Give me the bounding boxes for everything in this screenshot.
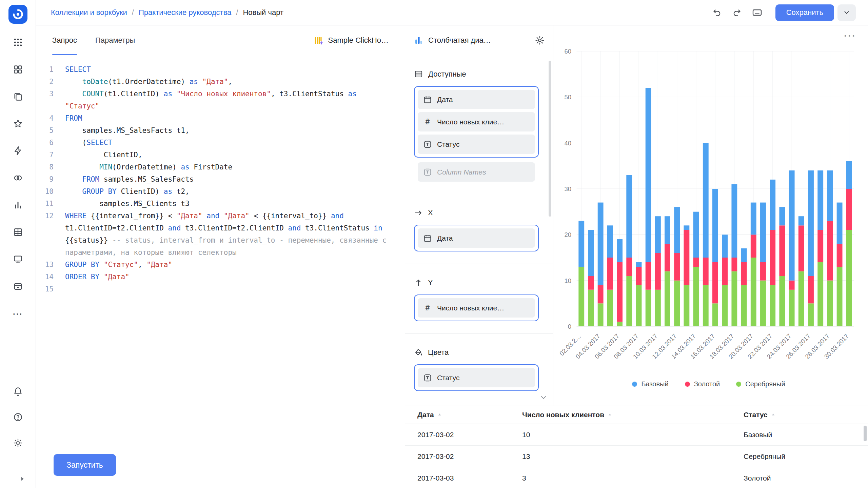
- line-number: 8: [36, 161, 65, 173]
- code-text[interactable]: MIN(OrderDatetime) as FirstDate: [65, 161, 405, 173]
- code-text[interactable]: FROM: [65, 112, 405, 124]
- more-icon[interactable]: ⋯: [12, 308, 24, 319]
- available-title-row: Доступные: [414, 69, 539, 79]
- legend-item[interactable]: Серебряный: [736, 380, 785, 388]
- column-header-date[interactable]: Дата: [417, 411, 522, 419]
- field-chip-new-clients[interactable]: # Число новых клие…: [418, 298, 535, 318]
- code-text[interactable]: FROM samples.MS_SalesFacts: [65, 173, 405, 185]
- save-button[interactable]: Сохранить: [775, 4, 834, 21]
- code-text[interactable]: toDate(t1.OrderDatetime) as "Дата",: [65, 76, 405, 88]
- section-colors: Цвета Статус: [414, 334, 539, 391]
- storage-box-icon[interactable]: [12, 281, 24, 292]
- code-text[interactable]: samples.MS_Clients t3: [65, 198, 405, 210]
- code-line[interactable]: 9 FROM samples.MS_SalesFacts: [36, 173, 405, 185]
- keyboard-icon[interactable]: [752, 7, 763, 18]
- code-line[interactable]: 15: [36, 283, 405, 295]
- table-row[interactable]: 2017-03-033Золотой: [405, 467, 868, 488]
- help-icon[interactable]: [12, 411, 24, 423]
- field-chip-status[interactable]: Статус: [418, 368, 535, 387]
- table-cell: Серебряный: [744, 452, 856, 461]
- chart-legend: БазовыйЗолотойСеребряный: [558, 380, 859, 388]
- table-cell: Золотой: [744, 474, 856, 482]
- chart-type-selector[interactable]: Столбчатая диа…: [414, 36, 491, 45]
- table-row[interactable]: 2017-03-0213Серебряный: [405, 445, 868, 467]
- apps-grid-icon[interactable]: [12, 37, 24, 48]
- connection-label: Sample ClickHo…: [328, 36, 389, 45]
- workbooks-icon[interactable]: [12, 91, 24, 102]
- dashboards-icon[interactable]: [12, 64, 24, 75]
- datasets-icon[interactable]: [12, 172, 24, 184]
- arrow-right-icon: [414, 208, 423, 217]
- favorites-star-icon[interactable]: [12, 118, 24, 129]
- column-header-new-clients[interactable]: Число новых клиентов: [522, 411, 744, 419]
- breadcrumb-collections[interactable]: Коллекции и воркбуки: [51, 8, 127, 17]
- svg-text:60: 60: [564, 48, 571, 55]
- save-options-chevron-button[interactable]: [837, 4, 856, 21]
- field-chip-date[interactable]: Дата: [418, 228, 535, 248]
- column-label: Число новых клиентов: [522, 411, 604, 419]
- field-label: Статус: [437, 140, 459, 148]
- tab-query[interactable]: Запрос: [52, 25, 77, 55]
- settings-gear-icon[interactable]: [12, 437, 24, 449]
- charts-icon[interactable]: [12, 199, 24, 211]
- code-text[interactable]: ORDER BY "Дата": [65, 271, 405, 283]
- column-chart-icon: [414, 36, 423, 45]
- code-line[interactable]: 11 samples.MS_Clients t3: [36, 198, 405, 210]
- code-text[interactable]: GROUP BY ClientID) as t2,: [65, 185, 405, 198]
- table-scrollbar-thumb[interactable]: [864, 426, 867, 441]
- code-line[interactable]: 2 toDate(t1.OrderDatetime) as "Дата",: [36, 76, 405, 88]
- legend-item[interactable]: Золотой: [685, 380, 720, 388]
- tables-grid-icon[interactable]: [12, 226, 24, 238]
- connections-lightning-icon[interactable]: [12, 145, 24, 157]
- code-line[interactable]: 7 ClientID,: [36, 149, 405, 161]
- chart-more-menu-icon[interactable]: ⋯: [843, 29, 856, 42]
- monitoring-screen-icon[interactable]: [12, 253, 24, 265]
- code-text[interactable]: (SELECT: [65, 137, 405, 149]
- chevron-down-icon[interactable]: [539, 393, 548, 403]
- section-x-axis: X Дата: [414, 194, 539, 251]
- code-line[interactable]: 4FROM: [36, 112, 405, 124]
- code-line[interactable]: 14ORDER BY "Дата": [36, 271, 405, 283]
- sort-arrow-icon: [771, 412, 776, 418]
- code-line[interactable]: 10 GROUP BY ClientID) as t2,: [36, 185, 405, 198]
- code-text[interactable]: SELECT: [65, 63, 405, 76]
- run-button[interactable]: Запустить: [54, 454, 116, 476]
- notifications-bell-icon[interactable]: [12, 386, 24, 397]
- code-line[interactable]: 3 COUNT(t1.ClientID) as "Число новых кли…: [36, 88, 405, 112]
- code-line[interactable]: 12WHERE {{interval_from}} < "Дата" and "…: [36, 210, 405, 259]
- collapse-sidebar-icon[interactable]: [17, 473, 28, 485]
- sql-editor[interactable]: 1SELECT2 toDate(t1.OrderDatetime) as "Да…: [36, 55, 405, 488]
- field-chip-status[interactable]: Статус: [418, 135, 535, 154]
- datalens-logo[interactable]: [8, 5, 27, 24]
- connection-selector[interactable]: Sample ClickHo…: [314, 35, 389, 45]
- table-body: 2017-03-0210Базовый2017-03-0213Серебряны…: [405, 424, 868, 488]
- code-line[interactable]: 1SELECT: [36, 63, 405, 76]
- colors-title-row: Цвета: [414, 348, 539, 357]
- code-line[interactable]: 5 samples.MS_SalesFacts t1,: [36, 124, 405, 137]
- line-number: 5: [36, 124, 65, 137]
- redo-icon[interactable]: [732, 8, 742, 17]
- table-cell: 2017-03-02: [417, 431, 522, 439]
- field-chip-column-names[interactable]: Column Names: [418, 162, 535, 182]
- chart-settings-gear-icon[interactable]: [535, 35, 545, 45]
- code-text[interactable]: [65, 283, 405, 295]
- code-text[interactable]: COUNT(t1.ClientID) as "Число новых клиен…: [65, 88, 405, 112]
- section-title: Y: [428, 278, 433, 287]
- code-text[interactable]: ClientID,: [65, 149, 405, 161]
- code-text[interactable]: GROUP BY "Статус", "Дата": [65, 259, 405, 271]
- code-text[interactable]: WHERE {{interval_from}} < "Дата" and "Да…: [65, 210, 405, 259]
- code-line[interactable]: 8 MIN(OrderDatetime) as FirstDate: [36, 161, 405, 173]
- breadcrumb-guides[interactable]: Практические руководства: [139, 8, 231, 17]
- field-chip-new-clients[interactable]: # Число новых клие…: [418, 112, 535, 131]
- tab-parameters[interactable]: Параметры: [95, 25, 135, 55]
- scrollbar-thumb[interactable]: [549, 61, 551, 217]
- undo-icon[interactable]: [712, 8, 722, 17]
- code-line[interactable]: 13GROUP BY "Статус", "Дата": [36, 259, 405, 271]
- field-chip-date[interactable]: Дата: [418, 90, 535, 109]
- column-header-status[interactable]: Статус: [744, 411, 856, 419]
- legend-item[interactable]: Базовый: [632, 380, 668, 388]
- code-line[interactable]: 6 (SELECT: [36, 137, 405, 149]
- stacked-bar-chart[interactable]: 010203040506002.03.2…04.03.201706.03.201…: [558, 46, 859, 380]
- table-row[interactable]: 2017-03-0210Базовый: [405, 424, 868, 445]
- code-text[interactable]: samples.MS_SalesFacts t1,: [65, 124, 405, 137]
